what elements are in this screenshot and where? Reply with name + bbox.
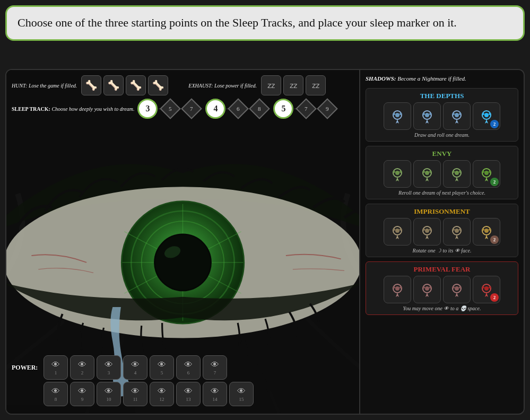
svg-point-23 [453,113,455,115]
envy-tokens: 2 [369,160,515,188]
exhaust-token-3[interactable]: ᴢᴢ [306,75,326,95]
imprisonment-token-3[interactable] [443,218,471,246]
exhaust-token-1[interactable]: ᴢᴢ [261,75,281,95]
hunt-token-1[interactable]: 🦴 [81,75,101,95]
svg-point-15 [393,113,395,115]
power-row-1: POWER: 👁1 👁2 👁3 👁4 👁5 👁6 👁7 [12,355,354,380]
depths-token-4[interactable]: 2 [473,102,500,130]
envy-token-1[interactable] [384,160,411,188]
power-token-10[interactable]: 👁10 [97,382,121,406]
svg-point-42 [484,171,489,175]
power-token-1[interactable]: 👁1 [44,355,68,380]
power-token-8[interactable]: 👁8 [44,382,68,406]
power-token-9[interactable]: 👁9 [70,382,94,406]
svg-point-75 [482,286,484,288]
svg-point-72 [459,286,461,288]
envy-desc: Reroll one dream of next player's choice… [369,190,515,196]
svg-point-36 [429,171,431,173]
hunt-token-3[interactable]: 🦴 [126,75,146,95]
power-token-13[interactable]: 👁13 [176,382,201,406]
svg-point-32 [399,171,402,173]
primeval-fear-section: PRIMEVAL FEAR 2 You may move one 👁 to a … [366,261,518,315]
envy-token-2[interactable] [413,160,441,188]
game-board: HUNT: Lose the game if filled. 🦴 🦴 🦴 🦴 E… [5,69,525,415]
imprisonment-token-1[interactable] [384,218,411,246]
exhaust-token-2[interactable]: ᴢᴢ [283,75,303,95]
shadows-header: SHADOWS: Become a Nightmare if filled. [366,75,518,82]
svg-point-71 [453,286,455,288]
depths-token-1[interactable] [384,102,411,130]
svg-point-16 [399,113,402,115]
primeval-fear-desc: You may move one 👁 to a 💀 space. [369,305,515,311]
svg-point-70 [455,286,459,291]
sleep-diamond-5[interactable]: 5 [160,98,181,119]
power-token-7[interactable]: 👁7 [203,355,227,380]
hunt-track-row: HUNT: Lose the game if filled. 🦴 🦴 🦴 🦴 E… [12,75,354,95]
hunt-token-2[interactable]: 🦴 [103,75,124,95]
instruction-text: Choose one of the three starting points … [18,16,457,29]
sleep-diamond-7a[interactable]: 7 [181,98,203,119]
svg-point-18 [425,113,429,117]
primeval-token-2[interactable] [413,276,441,303]
svg-point-35 [423,171,425,173]
imprisonment-token-2[interactable] [413,218,441,246]
sleep-start-3[interactable]: 3 [137,99,158,119]
svg-point-74 [484,286,489,291]
power-token-3[interactable]: 👁3 [97,355,121,380]
tracks-overlay: HUNT: Lose the game if filled. 🦴 🦴 🦴 🦴 E… [6,70,359,124]
svg-point-30 [395,171,399,175]
depths-token-2[interactable] [413,102,441,130]
primeval-token-3[interactable] [443,276,471,303]
envy-token-4[interactable]: 2 [473,160,500,188]
svg-point-52 [429,229,431,231]
svg-point-68 [429,286,431,288]
svg-point-40 [459,171,461,173]
svg-point-22 [455,113,459,117]
primeval-token-4[interactable]: 2 [473,276,500,303]
svg-point-51 [423,229,425,231]
depths-desc: Draw and roll one dream. [369,132,515,138]
depths-token-3[interactable] [443,102,471,130]
svg-point-60 [489,229,491,231]
svg-point-66 [425,286,429,291]
sleep-diamond-8[interactable]: 8 [249,98,271,119]
svg-point-67 [423,286,425,288]
depths-tokens: 2 [369,102,515,130]
sleep-diamond-9[interactable]: 9 [317,98,338,119]
svg-point-28 [489,113,491,115]
svg-point-11 [155,235,211,290]
sleep-start-4[interactable]: 4 [205,99,225,119]
primeval-token-1[interactable] [384,276,411,303]
depths-title: THE DEPTHS [369,92,515,100]
power-token-11[interactable]: 👁11 [123,382,147,406]
svg-point-14 [395,113,399,117]
svg-point-39 [453,171,455,173]
imprisonment-title: IMPRISONMENT [369,207,515,216]
svg-point-56 [459,229,461,231]
svg-point-62 [395,286,399,291]
depths-section: THE DEPTHS 2 Draw and roll one dream. [366,88,518,142]
svg-point-64 [399,286,402,288]
hunt-token-4[interactable]: 🦴 [148,75,168,95]
sleep-diamond-7b[interactable]: 7 [296,98,317,119]
sleep-diamond-6[interactable]: 6 [228,98,249,119]
power-token-6[interactable]: 👁6 [176,355,201,380]
right-panel: SHADOWS: Become a Nightmare if filled. T… [359,70,524,414]
power-token-12[interactable]: 👁12 [150,382,174,406]
power-token-4[interactable]: 👁4 [123,355,147,380]
svg-point-46 [395,229,399,233]
power-token-14[interactable]: 👁14 [203,382,227,406]
power-token-15[interactable]: 👁15 [229,382,254,406]
left-panel: HUNT: Lose the game if filled. 🦴 🦴 🦴 🦴 E… [6,70,359,414]
sleep-start-5[interactable]: 5 [273,99,293,119]
power-token-5[interactable]: 👁5 [150,355,174,380]
svg-point-27 [482,113,484,115]
sleep-group-3: 5 ·· 7 ·· 9 [273,99,336,119]
power-section: POWER: 👁1 👁2 👁3 👁4 👁5 👁6 👁7 👁8 👁9 👁10 👁1… [12,355,354,408]
svg-point-34 [425,171,429,175]
hunt-label: HUNT: Lose the game if filled. [12,83,77,89]
envy-token-3[interactable] [443,160,471,188]
power-token-2[interactable]: 👁2 [70,355,94,380]
imprisonment-token-4[interactable]: 2 [473,218,500,246]
svg-point-19 [423,113,425,115]
